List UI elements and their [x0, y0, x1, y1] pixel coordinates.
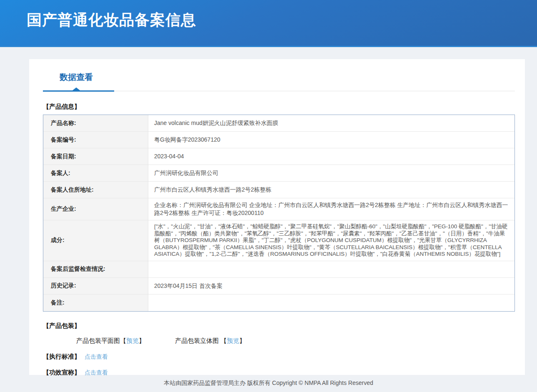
row-label: 备案日期: [43, 148, 148, 165]
bracket-close: 】 [239, 337, 245, 344]
table-row-registration-number: 备案编号: 粤G妆网备字2023067120 [43, 132, 515, 148]
section-heading-packaging: 【产品包装】 [43, 322, 515, 330]
packaging-stereo-preview-link[interactable]: 预览 [227, 337, 239, 344]
bracket-open: 【 [220, 337, 227, 344]
row-label: 产品名称: [43, 115, 148, 131]
section-heading-product-info: 【产品信息】 [43, 103, 515, 111]
table-row-post-registration-inspection: 备案后监督检查情况: [43, 261, 515, 278]
packaging-plan-preview-link[interactable]: 预览 [126, 337, 139, 344]
packaging-plan-label: 产品包装平面图 [76, 337, 120, 344]
row-label: 备注: [43, 295, 148, 311]
standard-row: 【执行标准】点击查看 [43, 353, 515, 361]
content-card: 数据查看 【产品信息】 产品名称: Jane volcanic mud妍泥火山泥… [29, 59, 525, 375]
efficacy-view-link[interactable]: 点击查看 [85, 369, 108, 376]
row-label: 成分: [43, 220, 148, 261]
tab-active-underline [43, 90, 114, 92]
row-value: 2023年04月15日 首次备案 [148, 278, 515, 294]
row-value: Jane volcanic mud妍泥火山泥舒缓紧致补水面膜 [148, 115, 515, 131]
section-heading-efficacy: 【功效宣称】 [43, 369, 80, 376]
page-body: 数据查看 【产品信息】 产品名称: Jane volcanic mud妍泥火山泥… [0, 47, 537, 375]
tab-data-view[interactable]: 数据查看 [60, 72, 93, 83]
row-value: 粤G妆网备字2023067120 [148, 132, 515, 148]
row-value [148, 261, 515, 277]
table-row-registrant: 备案人: 广州润研化妆品有限公司 [43, 165, 515, 182]
table-row-manufacturer: 生产企业: 企业名称：广州润研化妆品有限公司 企业地址：广州市白云区人和镇秀水塘… [43, 198, 515, 220]
packaging-plan-item: 产品包装平面图【预览】 [76, 337, 145, 345]
tab-bar: 数据查看 [43, 72, 515, 91]
row-value: 企业名称：广州润研化妆品有限公司 企业地址：广州市白云区人和镇秀水塘西一路2号2… [148, 198, 515, 220]
table-row-product-name: 产品名称: Jane volcanic mud妍泥火山泥舒缓紧致补水面膜 [43, 115, 515, 132]
product-info-table: 产品名称: Jane volcanic mud妍泥火山泥舒缓紧致补水面膜 备案编… [43, 115, 515, 312]
tab-active-arrow-icon [72, 87, 80, 90]
row-value: ["水"，"火山泥"，"甘油"，"液体石蜡"，"鲸蜡硬脂醇"，"聚二甲基硅氧烷"… [148, 220, 515, 261]
row-value: 广州市白云区人和镇秀水塘西一路2号2栋整栋 [148, 182, 515, 198]
packaging-stereo-item: 产品包装立体图 【预览】 [175, 337, 245, 345]
table-row-registration-date: 备案日期: 2023-04-04 [43, 148, 515, 165]
packaging-row: 产品包装平面图【预览】 产品包装立体图 【预览】 [76, 337, 515, 345]
row-label: 备案后监督检查情况: [43, 261, 148, 277]
row-label: 备案编号: [43, 132, 148, 148]
row-value: 2023-04-04 [148, 148, 515, 165]
table-row-registrant-address: 备案人住所地址: 广州市白云区人和镇秀水塘西一路2号2栋整栋 [43, 182, 515, 198]
page-title: 国产普通化妆品备案信息 [0, 0, 537, 30]
row-value [148, 295, 515, 311]
section-heading-standard: 【执行标准】 [43, 353, 80, 360]
table-row-history: 历史记录: 2023年04月15日 首次备案 [43, 278, 515, 295]
row-label: 生产企业: [43, 198, 148, 220]
packaging-stereo-label: 产品包装立体图 [175, 337, 220, 344]
row-label: 备案人住所地址: [43, 182, 148, 198]
page-banner: 国产普通化妆品备案信息 [0, 0, 537, 47]
page-footer: 本站由国家药品监督管理局主办 版权所有 Copyright © NMPA All… [0, 375, 537, 387]
bracket-close: 】 [139, 337, 145, 344]
standard-view-link[interactable]: 点击查看 [85, 353, 108, 360]
row-label: 历史记录: [43, 278, 148, 294]
row-label: 备案人: [43, 165, 148, 181]
table-row-ingredients: 成分: ["水"，"火山泥"，"甘油"，"液体石蜡"，"鲸蜡硬脂醇"，"聚二甲基… [43, 220, 515, 261]
row-value: 广州润研化妆品有限公司 [148, 165, 515, 181]
bracket-open: 【 [120, 337, 126, 344]
table-row-remarks: 备注: [43, 295, 515, 311]
